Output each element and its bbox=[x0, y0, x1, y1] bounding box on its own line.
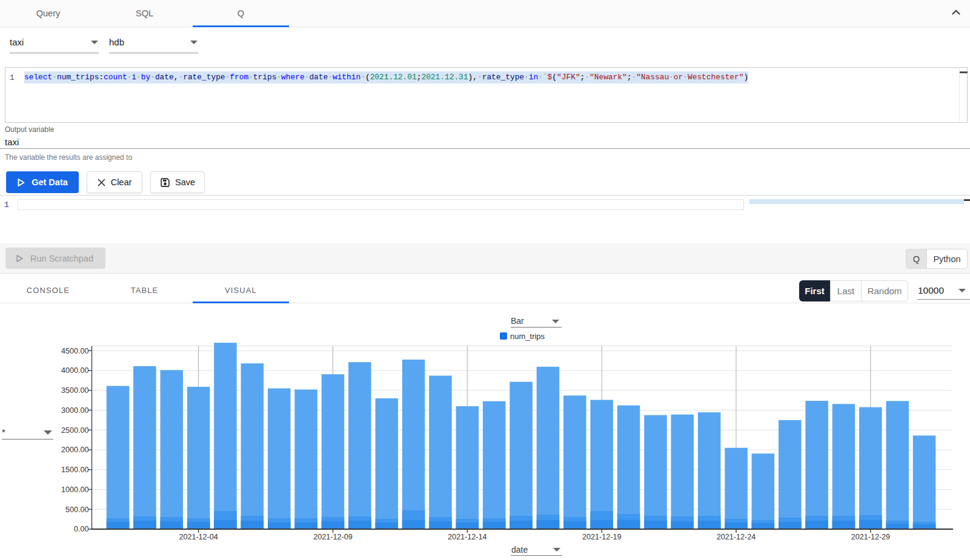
svg-text:3500.00: 3500.00 bbox=[61, 386, 89, 395]
svg-text:4000.00: 4000.00 bbox=[61, 366, 89, 375]
svg-text:1000.00: 1000.00 bbox=[61, 486, 89, 494]
svg-text:2500.00: 2500.00 bbox=[61, 426, 89, 435]
svg-text:500.00: 500.00 bbox=[65, 506, 89, 514]
svg-text:3000.00: 3000.00 bbox=[61, 406, 89, 415]
svg-text:2021-12-14: 2021-12-14 bbox=[448, 533, 487, 541]
svg-text:2021-12-19: 2021-12-19 bbox=[582, 533, 621, 541]
svg-text:2021-12-04: 2021-12-04 bbox=[179, 533, 218, 541]
svg-text:2021-12-24: 2021-12-24 bbox=[717, 533, 756, 541]
svg-text:1500.00: 1500.00 bbox=[61, 466, 89, 474]
svg-text:2021-12-09: 2021-12-09 bbox=[313, 533, 352, 541]
svg-text:0.00: 0.00 bbox=[74, 525, 89, 533]
svg-text:2000.00: 2000.00 bbox=[61, 446, 89, 454]
svg-text:2021-12-29: 2021-12-29 bbox=[851, 533, 890, 541]
svg-text:4500.00: 4500.00 bbox=[61, 347, 89, 355]
